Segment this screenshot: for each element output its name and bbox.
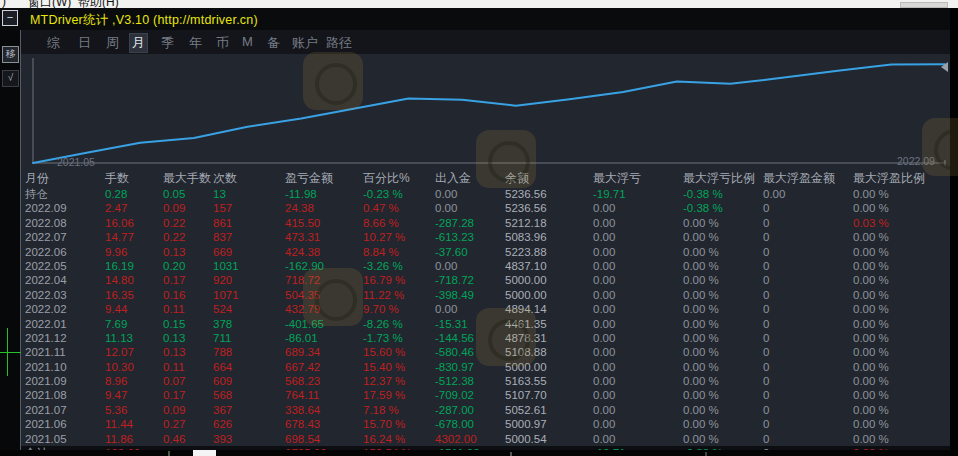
toolbar-tab[interactable]: 路径 <box>323 33 355 53</box>
table-cell: -512.38 <box>435 374 474 388</box>
check-tool-icon[interactable]: √ <box>2 70 19 87</box>
table-row[interactable]: 2022.0316.350.161071504.3511.22 %-398.49… <box>21 288 950 302</box>
table-cell: 0.00 % <box>683 216 719 230</box>
table-cell: 2.47 <box>105 201 127 215</box>
column-header: 盈亏金额 <box>285 171 333 186</box>
table-cell: 2022.09 <box>25 201 67 215</box>
table-cell: 0.00 % <box>853 187 889 201</box>
table-cell: 0.00 % <box>683 403 719 417</box>
table-cell: 788 <box>213 345 232 359</box>
table-cell: 0 <box>763 273 769 287</box>
table-cell: 0.00 % <box>853 331 889 345</box>
table-row[interactable]: 2021.075.360.09367338.647.18 %-287.00505… <box>21 403 950 417</box>
table-cell: 0 <box>763 230 769 244</box>
table-cell: 2022.03 <box>25 288 67 302</box>
table-cell: 0.00 % <box>683 345 719 359</box>
table-cell: 16.79 % <box>363 273 405 287</box>
table-cell: 8.84 % <box>363 245 399 259</box>
table-cell: 2021.12 <box>25 331 67 345</box>
table-cell: 0.22 <box>163 216 185 230</box>
toolbar-tab[interactable]: 备 <box>264 33 283 53</box>
table-cell: 16.35 <box>105 288 134 302</box>
toolbar-tab[interactable]: 月 <box>129 33 148 53</box>
table-row[interactable]: 2022.0714.770.22837473.3110.27 %-613.235… <box>21 230 950 244</box>
table-cell: -709.02 <box>435 388 474 402</box>
table-cell: 0.17 <box>163 388 185 402</box>
table-cell: 524 <box>213 302 232 316</box>
watermark <box>476 130 536 188</box>
table-cell: 378 <box>213 317 232 331</box>
table-cell: 664 <box>213 360 232 374</box>
table-cell: 0.00 % <box>683 259 719 273</box>
table-cell: 5000.00 <box>505 288 547 302</box>
table-cell: -15.31 <box>435 317 468 331</box>
table-cell: 0.00 % <box>853 345 889 359</box>
desktop-right-edge <box>950 8 958 456</box>
table-row[interactable]: 2022.0516.190.201031-162.90-3.26 %0.0048… <box>21 259 950 273</box>
table-cell: 473.31 <box>285 230 320 244</box>
move-tool-icon[interactable]: 移 <box>2 46 19 63</box>
table-cell: 0.00 <box>593 216 615 230</box>
table-row[interactable]: 2021.0511.860.46393698.5416.24 %4302.005… <box>21 432 950 446</box>
table-cell: 9.70 % <box>363 302 399 316</box>
table-row[interactable]: 2021.098.960.07609568.2312.37 %-512.3851… <box>21 374 950 388</box>
toolbar-tab[interactable]: 年 <box>186 33 205 53</box>
table-cell: 0.11 <box>163 302 185 316</box>
table-cell: -678.00 <box>435 417 474 431</box>
minimize-button[interactable]: − <box>2 10 18 26</box>
table-cell: 0.00 <box>593 230 615 244</box>
table-cell: 0.00 <box>593 360 615 374</box>
table-row[interactable]: 2022.0816.060.22861415.508.66 %-287.2852… <box>21 216 950 230</box>
table-row[interactable]: 2022.069.960.13669424.388.84 %-37.605223… <box>21 245 950 259</box>
table-cell: 0.00 % <box>683 317 719 331</box>
column-header: 百分比% <box>363 171 410 186</box>
table-cell: 0.22 <box>163 230 185 244</box>
table-cell: 0 <box>763 374 769 388</box>
column-header: 最大浮亏比例 <box>683 171 755 186</box>
table-cell: 0.00 % <box>853 317 889 331</box>
table-row[interactable]: 2022.092.470.0915724.380.47 %0.005236.56… <box>21 201 950 215</box>
toolbar-tab[interactable]: 币 <box>213 33 232 53</box>
toolbar-tab[interactable]: 账户 <box>289 33 321 53</box>
table-cell: 0.07 <box>163 374 185 388</box>
table-cell: 5083.96 <box>505 230 547 244</box>
table-cell: 8.66 % <box>363 216 399 230</box>
table-cell: 0.00 <box>593 417 615 431</box>
table-cell: 0 <box>763 417 769 431</box>
table-cell: 0.00 <box>593 432 615 446</box>
table-cell: 0.00 % <box>853 230 889 244</box>
toolbar-tab[interactable]: M <box>239 33 256 50</box>
table-cell: 2021.10 <box>25 360 67 374</box>
toolbar-tab[interactable]: 日 <box>75 33 94 53</box>
crosshair-marker-icon <box>0 352 21 353</box>
table-row[interactable]: 2022.0414.800.17920718.7216.79 %-718.725… <box>21 273 950 287</box>
toolbar-tab[interactable]: 季 <box>158 33 177 53</box>
table-cell: 0.00 % <box>853 273 889 287</box>
table-cell: -3.26 % <box>363 259 403 273</box>
table-row[interactable]: 持仓0.280.0513-11.98-0.23 %0.005236.56-19.… <box>21 187 950 201</box>
toolbar-tab[interactable]: 周 <box>103 33 122 53</box>
table-cell: 13 <box>213 187 226 201</box>
table-row[interactable]: 2021.089.470.17568764.1117.59 %-709.0251… <box>21 388 950 402</box>
table-cell: 11.22 % <box>363 288 404 302</box>
table-cell: 2021.09 <box>25 374 67 388</box>
table-cell: 2021.05 <box>25 432 67 446</box>
table-cell: 0.00 % <box>683 288 719 302</box>
column-header: 最大手数 <box>163 171 211 186</box>
table-cell: 0.00 % <box>683 360 719 374</box>
table-cell: 5236.56 <box>505 201 547 215</box>
table-row[interactable]: 2021.0611.440.27626678.4315.70 %-678.005… <box>21 417 950 431</box>
toolbar-tab[interactable]: 综 <box>44 33 63 53</box>
table-cell: 0.00 % <box>683 331 719 345</box>
table-cell: 11.13 <box>105 331 133 345</box>
table-cell: 4302.00 <box>435 432 477 446</box>
table-cell: 0 <box>763 432 769 446</box>
table-cell: 0 <box>763 245 769 259</box>
table-cell: -144.56 <box>435 331 474 345</box>
table-cell: 0.09 <box>163 403 185 417</box>
table-cell: 2022.02 <box>25 302 67 316</box>
table-cell: 5163.55 <box>505 374 547 388</box>
table-cell: 0.00 % <box>683 432 719 446</box>
table-cell: 367 <box>213 403 232 417</box>
taskbar-mark <box>705 452 707 456</box>
